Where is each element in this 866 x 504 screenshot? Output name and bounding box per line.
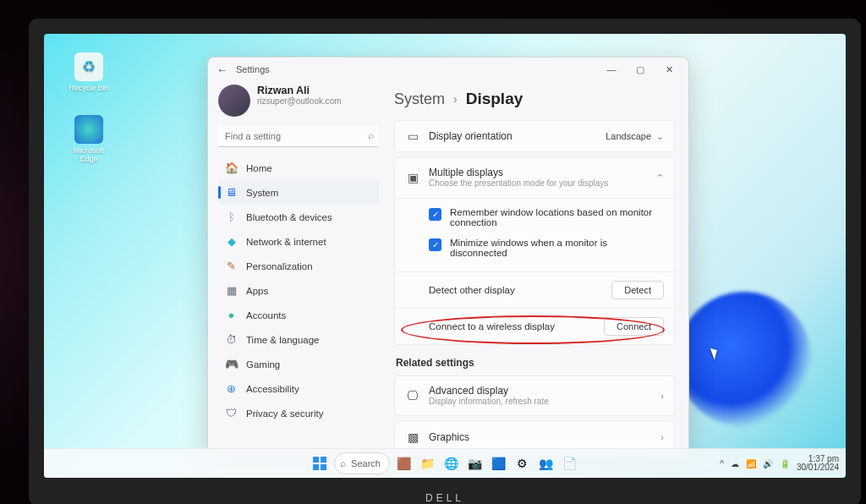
sidebar-item-bluetooth-devices[interactable]: ᛒBluetooth & devices: [218, 205, 379, 229]
sidebar-item-personalization[interactable]: ✎Personalization: [218, 254, 379, 278]
sidebar-item-label: Personalization: [246, 261, 313, 271]
monitor-brand: DELL: [425, 492, 464, 504]
svg-rect-1: [321, 457, 326, 463]
sidebar-icon: ᛒ: [225, 211, 238, 223]
checkbox-remember-locations[interactable]: ✓ Remember window locations based on mon…: [429, 202, 664, 233]
settings-search[interactable]: ⌕: [218, 125, 379, 147]
taskbar-search[interactable]: ⌕ Search: [334, 452, 390, 474]
taskbar-app[interactable]: 📁: [419, 454, 437, 473]
svg-rect-2: [313, 464, 319, 470]
settings-window: ← Settings — ▢ ✕ Rizwan Ali rizsuper@out…: [207, 57, 689, 455]
back-button[interactable]: ←: [216, 63, 227, 76]
taskbar-app[interactable]: 📄: [561, 454, 579, 473]
tray-chevron-icon[interactable]: ^: [720, 459, 724, 468]
connect-button[interactable]: Connect: [604, 317, 664, 336]
sidebar-item-gaming[interactable]: 🎮Gaming: [218, 352, 379, 376]
desktop: ♻ Recycle Bin Microsoft Edge ← Settings …: [44, 34, 846, 478]
sidebar-item-label: Network & internet: [246, 237, 326, 247]
titlebar: ← Settings — ▢ ✕: [208, 58, 688, 81]
sidebar-item-privacy-security[interactable]: 🛡Privacy & security: [218, 401, 379, 425]
cloud-icon[interactable]: ☁: [731, 459, 739, 468]
sidebar-icon: 🏠: [225, 162, 238, 174]
volume-icon[interactable]: 🔊: [763, 459, 773, 468]
taskbar-app[interactable]: 🟦: [490, 454, 508, 473]
minimize-button[interactable]: —: [597, 59, 626, 79]
sidebar-item-label: Accounts: [246, 310, 286, 320]
svg-rect-0: [313, 457, 319, 463]
sidebar-item-accounts[interactable]: ●Accounts: [218, 303, 379, 327]
chevron-right-icon: ›: [660, 432, 664, 442]
multiple-displays-icon: ▣: [405, 171, 420, 184]
sidebar-item-label: Gaming: [246, 359, 280, 370]
user-email: rizsuper@outlook.com: [257, 96, 342, 106]
sidebar-item-label: Time & language: [246, 335, 320, 345]
user-name: Rizwan Ali: [257, 85, 342, 96]
taskbar-app[interactable]: 📷: [466, 454, 485, 473]
graphics-icon: ▩: [405, 430, 420, 444]
sidebar-item-label: Accessibility: [246, 384, 299, 394]
chevron-right-icon: ›: [660, 391, 664, 401]
main-panel[interactable]: System › Display ▭ Display orientation L…: [386, 81, 688, 454]
user-profile[interactable]: Rizwan Ali rizsuper@outlook.com: [218, 85, 379, 117]
sidebar-icon: ▦: [225, 284, 238, 297]
sidebar-item-label: Apps: [246, 286, 268, 296]
app-title: Settings: [236, 64, 270, 74]
chevron-up-icon: ⌃: [656, 173, 664, 184]
check-icon: ✓: [429, 208, 441, 221]
taskbar-app[interactable]: ⚙: [513, 454, 532, 473]
sidebar-item-accessibility[interactable]: ⊕Accessibility: [218, 376, 379, 401]
svg-rect-3: [321, 464, 326, 470]
close-button[interactable]: ✕: [655, 59, 683, 79]
sidebar-item-label: Privacy & security: [246, 408, 323, 419]
chevron-down-icon: ⌄: [656, 131, 664, 142]
orientation-icon: ▭: [405, 129, 420, 143]
detect-button[interactable]: Detect: [611, 281, 664, 299]
taskbar-app[interactable]: 👥: [537, 454, 556, 473]
sidebar-icon: ◆: [225, 235, 238, 248]
detect-display-row: Detect other display Detect: [395, 271, 674, 308]
search-icon: ⌕: [368, 129, 374, 141]
desktop-icon-recycle-bin[interactable]: ♻ Recycle Bin: [69, 52, 109, 92]
search-input[interactable]: [218, 125, 379, 147]
sidebar-icon: 🛡: [225, 407, 238, 419]
sidebar-item-home[interactable]: 🏠Home: [218, 156, 379, 180]
taskbar-app[interactable]: 🌐: [442, 454, 461, 473]
sidebar-icon: ⏱: [225, 333, 238, 346]
sidebar: Rizwan Ali rizsuper@outlook.com ⌕ 🏠Home🖥…: [208, 81, 386, 454]
related-settings-heading: Related settings: [396, 357, 675, 369]
display-orientation-row[interactable]: ▭ Display orientation Landscape ⌄: [394, 120, 675, 152]
taskbar: ⌕ Search 🟫 📁 🌐 📷 🟦 ⚙ 👥 📄 ^ ☁ 📶 🔊 🔋: [44, 448, 846, 478]
sidebar-item-label: Home: [246, 163, 272, 173]
page-title: Display: [466, 90, 523, 108]
wifi-icon[interactable]: 📶: [746, 459, 756, 468]
sidebar-icon: 🖥: [225, 186, 238, 199]
checkbox-minimize-disconnect[interactable]: ✓ Minimize windows when a monitor is dis…: [429, 233, 664, 263]
sidebar-icon: ⊕: [225, 382, 238, 395]
sidebar-icon: 🎮: [225, 358, 238, 370]
multiple-displays-group: ▣ Multiple displays Choose the presentat…: [394, 157, 675, 345]
multiple-displays-header[interactable]: ▣ Multiple displays Choose the presentat…: [395, 158, 674, 198]
desktop-icon-edge[interactable]: Microsoft Edge: [69, 115, 109, 163]
taskbar-app[interactable]: 🟫: [395, 454, 414, 473]
sidebar-icon: ●: [225, 309, 238, 321]
battery-icon[interactable]: 🔋: [780, 459, 790, 468]
orientation-select[interactable]: Landscape ⌄: [606, 131, 664, 142]
wireless-display-row: Connect to a wireless display Connect: [395, 308, 674, 344]
start-button[interactable]: [310, 454, 329, 473]
sidebar-item-time-language[interactable]: ⏱Time & language: [218, 327, 379, 352]
monitor-icon: 🖵: [405, 389, 420, 403]
breadcrumb-root[interactable]: System: [394, 90, 445, 108]
chevron-right-icon: ›: [453, 92, 458, 106]
sidebar-item-apps[interactable]: ▦Apps: [218, 278, 379, 303]
avatar: [218, 85, 250, 117]
check-icon: ✓: [429, 238, 441, 251]
breadcrumb: System › Display: [394, 90, 675, 108]
advanced-display-row[interactable]: 🖵 Advanced display Display information, …: [394, 375, 675, 417]
clock[interactable]: 1:37 pm 30/01/2024: [797, 455, 839, 473]
sidebar-item-label: Bluetooth & devices: [246, 212, 332, 222]
maximize-button[interactable]: ▢: [626, 59, 655, 79]
sidebar-item-system[interactable]: 🖥System: [218, 180, 379, 205]
system-tray[interactable]: ^ ☁ 📶 🔊 🔋 1:37 pm 30/01/2024: [720, 455, 839, 473]
sidebar-item-network-internet[interactable]: ◆Network & internet: [218, 229, 379, 254]
search-icon: ⌕: [340, 457, 346, 469]
